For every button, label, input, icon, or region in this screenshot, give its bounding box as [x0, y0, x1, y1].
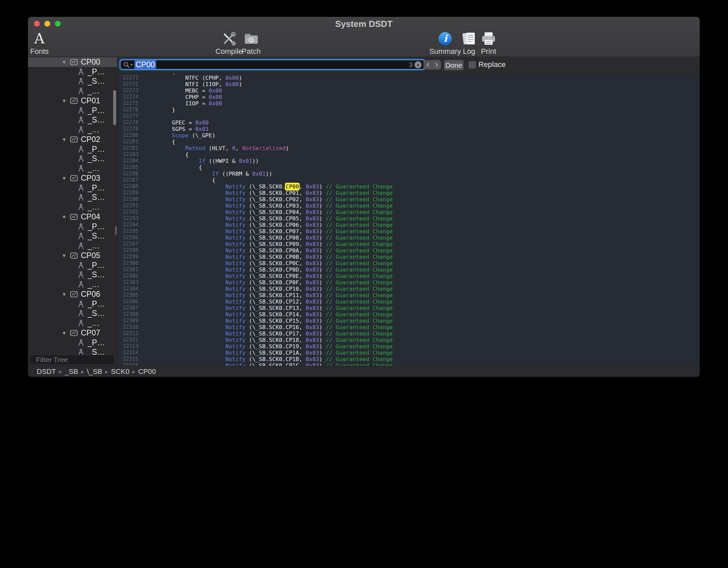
close-button[interactable]: [34, 21, 40, 27]
code-line: 32299 Notify (\_SB.SCK0.CP0B, 0x83) // G…: [118, 254, 700, 260]
tree-item-label: _…: [88, 203, 100, 212]
disclosure-triangle-icon[interactable]: ▼: [62, 291, 67, 297]
tree-item[interactable]: _S…: [28, 309, 117, 319]
clear-search-icon[interactable]: ×: [415, 61, 422, 68]
tree-group-cp04[interactable]: ▼CP04: [28, 212, 117, 222]
disclosure-triangle-icon[interactable]: ▼: [62, 214, 67, 220]
replace-checkbox[interactable]: [468, 61, 476, 69]
tree-item[interactable]: _…: [28, 125, 117, 135]
disclosure-triangle-icon[interactable]: ▼: [62, 59, 67, 65]
breadcrumb-item[interactable]: CP00: [138, 367, 156, 376]
filter-tree-input[interactable]: [35, 355, 128, 364]
tree-item-label: _S…: [88, 154, 105, 163]
compass-icon: [78, 339, 84, 346]
tree-group-cp00[interactable]: ▼CP00: [28, 57, 117, 67]
tree-group-cp06[interactable]: ▼CP06: [28, 289, 117, 299]
breadcrumb-item[interactable]: \_SB: [87, 367, 102, 376]
compass-icon: [78, 116, 84, 123]
filter-tree-field[interactable]: [30, 355, 115, 365]
scope-icon: [70, 330, 78, 336]
code-text: Notify (\_SB.SCK0.CP14, 0x83) // Guarant…: [138, 311, 393, 318]
breadcrumb-item[interactable]: _SB: [65, 367, 78, 376]
summary-button[interactable]: i Summary: [431, 31, 459, 56]
line-number: 32302: [118, 273, 138, 279]
tree-item[interactable]: _…: [28, 280, 117, 289]
minimize-button[interactable]: [44, 21, 50, 27]
code-line: 32277: [118, 113, 700, 119]
tree-item[interactable]: _S…: [28, 348, 117, 355]
print-button[interactable]: Print: [479, 31, 498, 56]
titlebar[interactable]: System DSDT: [28, 17, 700, 30]
tree-item[interactable]: _P…: [28, 338, 117, 348]
done-button[interactable]: Done: [444, 60, 464, 70]
disclosure-triangle-icon[interactable]: ▼: [62, 253, 67, 258]
line-number: 32305: [118, 292, 138, 298]
tree-item[interactable]: _P…: [28, 67, 117, 77]
split-handle[interactable]: [115, 226, 117, 235]
tree-item[interactable]: _S…: [28, 154, 117, 164]
code-text: Notify (\_SB.SCK0.CP09, 0x83) // Guarant…: [138, 241, 393, 247]
tree-item[interactable]: _P…: [28, 183, 117, 193]
tree-item[interactable]: _S…: [28, 77, 117, 86]
tree-item[interactable]: _S…: [28, 115, 117, 125]
tree-item[interactable]: _P…: [28, 222, 117, 232]
window-title: System DSDT: [28, 17, 700, 31]
find-previous-button[interactable]: ‹: [424, 60, 432, 69]
tree-item[interactable]: _S…: [28, 232, 117, 241]
code-editor[interactable]: 32270 {32271 NTFC (CPHP, 0x00)32272 NTFI…: [118, 74, 700, 366]
code-line: 32271 NTFC (CPHP, 0x00): [118, 75, 700, 81]
tree-item[interactable]: _P…: [28, 260, 117, 270]
disclosure-triangle-icon[interactable]: ▼: [62, 330, 67, 336]
print-icon: [481, 31, 496, 46]
compass-icon: [78, 146, 84, 153]
breadcrumb-item[interactable]: SCK0: [111, 367, 130, 376]
find-bar: ▾ CP00 3 × ‹ › Done Replace: [118, 57, 700, 74]
tree-group-cp03[interactable]: ▼CP03: [28, 173, 117, 183]
chevron-down-icon[interactable]: ▾: [131, 63, 133, 67]
tree-group-cp01[interactable]: ▼CP01: [28, 96, 117, 106]
tree-group-cp02[interactable]: ▼CP02: [28, 135, 117, 144]
disclosure-triangle-icon[interactable]: ▼: [62, 137, 67, 142]
sidebar-scrollbar-thumb[interactable]: [113, 90, 116, 125]
code-text: SGPS = 0x01: [138, 126, 209, 132]
fonts-button[interactable]: A Fonts: [29, 31, 50, 56]
tree-item[interactable]: _…: [28, 164, 117, 173]
log-button[interactable]: Log: [461, 31, 477, 56]
tree-item-label: _…: [88, 125, 100, 134]
breadcrumb-item[interactable]: DSDT: [37, 367, 56, 376]
find-next-button[interactable]: ›: [432, 60, 441, 69]
tree-group-cp05[interactable]: ▼CP05: [28, 251, 117, 260]
scope-icon: [70, 291, 78, 297]
code-line: 32281 {: [118, 139, 700, 145]
tree-item[interactable]: _…: [28, 202, 117, 212]
tree-item[interactable]: _S…: [28, 270, 117, 280]
toolbar-label: Summary: [429, 47, 461, 56]
tree-item[interactable]: _…: [28, 318, 117, 328]
tree-item[interactable]: _P…: [28, 144, 117, 154]
code-line: 32305 Notify (\_SB.SCK0.CP11, 0x83) // G…: [118, 292, 700, 298]
tree-item[interactable]: _…: [28, 241, 117, 251]
compile-button[interactable]: Compile: [215, 31, 243, 56]
code-lines: 32270 {32271 NTFC (CPHP, 0x00)32272 NTFI…: [118, 74, 700, 366]
toolbar-label: Print: [481, 47, 496, 56]
find-search-field[interactable]: ▾ CP00 3 ×: [120, 60, 425, 70]
tree-group-cp07[interactable]: ▼CP07: [28, 328, 117, 338]
code-line: 32294 Notify (\_SB.SCK0.CP06, 0x83) // G…: [118, 222, 700, 228]
code-text: Notify (\_SB.SCK0.CP1B, 0x83) // Guarant…: [138, 356, 393, 362]
dsdt-tree[interactable]: ▼CP00_P…_S…_…▼CP01_P…_S…_…▼CP02_P…_S…_…▼…: [28, 57, 117, 355]
zoom-button[interactable]: [55, 21, 61, 27]
tree-item[interactable]: _…: [28, 86, 117, 96]
disclosure-triangle-icon[interactable]: ▼: [62, 175, 67, 181]
log-icon: [462, 31, 476, 46]
tree-item[interactable]: _P…: [28, 299, 117, 309]
code-text: Notify (\_SB.SCK0.CP0B, 0x83) // Guarant…: [138, 254, 393, 260]
patch-button[interactable]: Patch: [240, 31, 262, 56]
tree-item[interactable]: _P…: [28, 106, 117, 115]
code-line: 32310 Notify (\_SB.SCK0.CP16, 0x83) // G…: [118, 324, 700, 330]
tree-item[interactable]: _S…: [28, 193, 117, 203]
tree-group-label: CP06: [81, 290, 100, 299]
disclosure-triangle-icon[interactable]: ▼: [62, 98, 67, 104]
line-number: 32298: [118, 247, 138, 254]
compass-icon: [78, 310, 84, 317]
tree-item-label: _…: [88, 86, 100, 96]
